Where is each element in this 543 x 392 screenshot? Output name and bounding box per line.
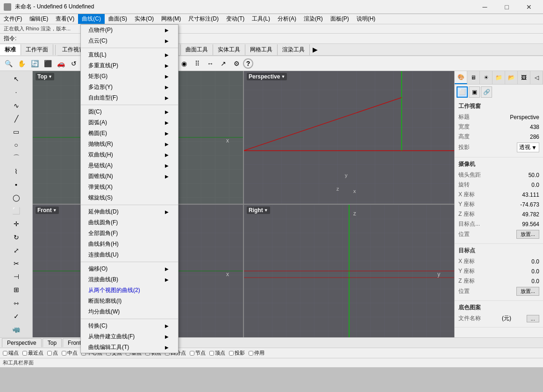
viewport-front-label[interactable]: Front ▼ [36, 207, 59, 214]
sidebar-rectangle[interactable]: ▭ [10, 126, 23, 138]
dd-item-s0-i0[interactable]: 点物件(P)▶ [81, 25, 178, 36]
dd-item-s1-i1[interactable]: 多重直线(P)▶ [81, 60, 178, 71]
func-tab-6[interactable]: 网格工具 [245, 44, 278, 55]
tool-settings[interactable]: ⚙ [230, 57, 243, 70]
rp-tab-folder[interactable]: 📂 [505, 71, 518, 84]
status-check-节点[interactable]: 节点 [190, 349, 206, 356]
sidebar-sphere[interactable]: ◯ [10, 192, 23, 204]
dd-item-s4-i0[interactable]: 偏移(O)▶ [81, 264, 178, 274]
checkbox-节点[interactable] [190, 351, 194, 356]
status-check-停用[interactable]: 停用 [249, 349, 264, 356]
tool-sphere-render[interactable]: ◉ [178, 57, 191, 70]
status-check-最近点[interactable]: 最近点 [22, 349, 43, 356]
bottom-tab-perspective[interactable]: Perspective [2, 338, 42, 347]
checkbox-顶点[interactable] [209, 351, 214, 356]
viewport-perspective-label[interactable]: Perspective ▼ [247, 73, 287, 80]
menubar-item-tools[interactable]: 工具(L) [248, 14, 274, 24]
dd-item-s1-i4[interactable]: 自由造型(F)▶ [81, 93, 178, 103]
dd-item-s5-i1[interactable]: 从物件建立曲线(F)▶ [81, 331, 178, 342]
menubar-item-view[interactable]: 查看(V) [52, 14, 78, 24]
dd-item-s1-i2[interactable]: 矩形(G)▶ [81, 71, 178, 82]
dd-item-s5-i2[interactable]: 曲线编辑工具(T)▶ [81, 342, 178, 353]
viewport-perspective[interactable]: x y z Perspective ▼ [244, 71, 454, 204]
checkbox-停用[interactable] [249, 351, 253, 356]
sidebar-select[interactable]: ↖ [10, 73, 23, 85]
dd-item-s3-i4[interactable]: 连接曲线(U) [81, 249, 178, 260]
tab-standard[interactable]: 标准 [0, 44, 21, 55]
dd-item-s3-i0[interactable]: 延伸曲线(D)▶ [81, 207, 178, 217]
tab-workplane[interactable]: 工作平面 [21, 44, 53, 55]
dd-item-s2-i1[interactable]: 圆弧(A)▶ [81, 117, 178, 128]
menubar-item-transform[interactable]: 变动(T) [222, 14, 248, 24]
func-tab-more[interactable]: ▶ [310, 44, 321, 55]
tool-cursor[interactable]: ↗ [217, 57, 230, 70]
rp-tab-display[interactable]: 🖥 [467, 71, 480, 84]
rp-tab-properties[interactable]: 🎨 [455, 71, 467, 84]
tool-move[interactable]: ↔ [204, 57, 217, 70]
dd-item-s0-i1[interactable]: 点云(C)▶ [81, 36, 178, 46]
tool-points[interactable]: ⠿ [191, 57, 204, 70]
rp-select-projection[interactable]: 透视 ▼ [517, 143, 539, 152]
bottom-tab-top[interactable]: Top [43, 338, 62, 347]
func-tab-4[interactable]: 曲面工具 [181, 44, 213, 55]
tool-help[interactable]: ? [243, 58, 253, 69]
sidebar-surface[interactable]: ▪ [10, 178, 23, 191]
func-tab-7[interactable]: 渲染工具 [278, 44, 310, 55]
rp-icon-link[interactable]: 🔗 [481, 86, 492, 98]
sidebar-line[interactable]: ╱ [10, 113, 23, 125]
minimize-button[interactable]: ─ [474, 0, 495, 14]
dd-item-s2-i3[interactable]: 抛物线(R)▶ [81, 139, 178, 150]
close-button[interactable]: ✕ [518, 0, 539, 14]
sidebar-trim[interactable]: ✂ [10, 257, 23, 270]
rp-tab-file[interactable]: 📁 [493, 71, 505, 84]
status-check-中点[interactable]: 中点 [62, 349, 78, 356]
checkbox-中点[interactable] [62, 351, 66, 356]
viewport-right[interactable]: y z Right ▼ [244, 205, 454, 337]
dd-item-s2-i6[interactable]: 圆锥线(N)▶ [81, 171, 178, 182]
dd-item-s4-i3[interactable]: 断面轮廓线(I) [81, 296, 178, 306]
status-check-投影[interactable]: 投影 [229, 349, 245, 356]
sidebar-spline[interactable]: ⌇ [10, 165, 23, 177]
tool-search[interactable]: 🔍 [2, 57, 15, 70]
checkbox-端点[interactable] [3, 351, 7, 356]
sidebar-point[interactable]: · [10, 86, 23, 98]
checkbox-最近点[interactable] [22, 351, 27, 356]
sidebar-rhino[interactable]: 🦏 [10, 323, 23, 335]
menubar-item-solid[interactable]: 实体(O) [131, 14, 157, 24]
dd-item-s3-i2[interactable]: 全部圆角(F) [81, 228, 178, 239]
dd-item-s2-i0[interactable]: 圆(C)▶ [81, 107, 178, 117]
viewport-right-label[interactable]: Right ▼ [247, 207, 270, 214]
dd-item-s3-i1[interactable]: 曲线圆角(F) [81, 217, 178, 228]
sidebar-curve[interactable]: ∿ [10, 99, 23, 111]
tool-3d-rotate[interactable]: 🔄 [28, 57, 41, 70]
dd-item-s3-i3[interactable]: 曲线斜角(H) [81, 239, 178, 249]
sidebar-grid[interactable]: ⊞ [10, 284, 23, 296]
dd-item-s1-i3[interactable]: 多边形(Y)▶ [81, 82, 178, 93]
sidebar-dim[interactable]: ⇿ [10, 297, 23, 309]
viewport-top-label[interactable]: Top ▼ [36, 73, 54, 80]
rp-icon-viewport[interactable]: ⬜ [457, 86, 468, 98]
tool-car[interactable]: 🚗 [54, 57, 67, 70]
menubar-item-file[interactable]: 文件(F) [0, 14, 26, 24]
sidebar-circle[interactable]: ○ [10, 139, 23, 151]
rp-btn-target-place[interactable]: 放置... [516, 287, 539, 296]
rp-expand[interactable]: ◁ [530, 71, 543, 84]
dd-item-s4-i1[interactable]: 混接曲线(B)▶ [81, 274, 178, 285]
menubar-item-panel[interactable]: 面板(P) [327, 14, 353, 24]
sidebar-box[interactable]: ⬜ [10, 205, 23, 217]
sidebar-check[interactable]: ✓ [10, 310, 23, 322]
checkbox-投影[interactable] [229, 351, 234, 356]
status-check-端点[interactable]: 端点 [3, 349, 19, 356]
status-check-点[interactable]: 点 [47, 349, 58, 356]
rp-btn-cam-place[interactable]: 放置... [516, 230, 539, 239]
rp-tab-sun[interactable]: ☀ [480, 71, 493, 84]
dd-item-s5-i0[interactable]: 转换(C)▶ [81, 321, 178, 331]
maximize-button[interactable]: □ [496, 0, 517, 14]
sidebar-move[interactable]: ✛ [10, 218, 23, 230]
menubar-item-edit[interactable]: 编辑(E) [26, 14, 52, 24]
menubar-item-surface[interactable]: 曲面(S) [105, 14, 131, 24]
dd-item-s2-i5[interactable]: 悬链线(A)▶ [81, 160, 178, 171]
sidebar-scale[interactable]: ⤢ [10, 244, 23, 257]
dd-item-s1-i0[interactable]: 直线(L)▶ [81, 50, 178, 60]
dd-item-s2-i7[interactable]: 弹簧线(X) [81, 182, 178, 192]
